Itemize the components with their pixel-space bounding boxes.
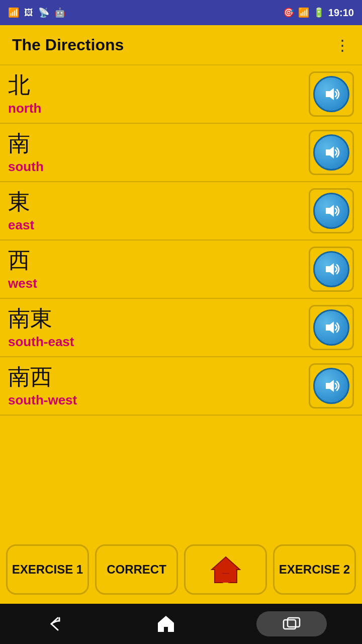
sound-button[interactable] [309,305,354,350]
back-button[interactable] [35,609,75,639]
vocab-kanji: 南東 [8,305,309,332]
speaker-icon [322,201,341,220]
vocab-romaji: south [8,159,309,175]
svg-marker-8 [158,616,174,632]
correct-button[interactable]: CORRECT [95,544,178,595]
vocab-text: 北 north [8,72,309,116]
exercise1-button[interactable]: EXERCISE 1 [6,544,89,595]
wifi-icon: 📶 [8,7,19,18]
sound-circle [313,193,349,229]
broadcast-icon: 📡 [38,7,49,18]
svg-marker-3 [326,263,334,275]
sound-button[interactable] [309,130,354,175]
sound-circle [313,309,349,346]
sound-circle [313,76,349,112]
svg-rect-7 [222,574,230,583]
speaker-icon [322,376,341,395]
svg-marker-5 [326,380,334,392]
sound-circle [313,368,349,404]
vocab-item: 北 north [0,65,362,124]
sound-button[interactable] [309,71,354,117]
vocab-kanji: 南 [8,130,309,157]
vocab-kanji: 東 [8,189,309,215]
svg-marker-4 [326,321,334,334]
sound-button[interactable] [309,247,354,292]
sound-button[interactable] [309,188,354,233]
menu-dots-icon[interactable]: ⋮ [335,36,350,54]
vocab-item: 東 east [0,182,362,240]
vocab-kanji: 南西 [8,364,309,390]
vocab-text: 南東 south-east [8,305,309,350]
vocab-item: 西 west [0,240,362,299]
vocab-text: 南 south [8,130,309,175]
speaker-icon [322,260,341,279]
svg-marker-1 [326,146,334,158]
home-button[interactable] [184,544,267,595]
svg-marker-2 [326,205,334,217]
sound-circle [313,134,349,171]
status-right-icons: 🎯 📶 🔋 19:10 [283,7,354,19]
status-bar: 📶 🖼 📡 🤖 🎯 📶 🔋 19:10 [0,0,362,25]
vocab-text: 東 east [8,189,309,233]
android-icon: 🤖 [54,7,65,18]
vocab-item: 南西 south-west [0,357,362,416]
target-icon: 🎯 [283,7,294,18]
exercise2-button[interactable]: EXERCISE 2 [273,544,356,595]
svg-rect-10 [288,618,300,627]
nav-bar [0,604,362,644]
speaker-icon [322,85,341,104]
vocab-list: 北 north 南 south [0,65,362,535]
vocab-item: 南 south [0,124,362,182]
status-left-icons: 📶 🖼 📡 🤖 [8,7,65,18]
app-title: The Directions [12,36,124,54]
vocab-kanji: 北 [8,72,309,99]
speaker-icon [322,318,341,337]
vocab-text: 南西 south-west [8,364,309,408]
bottom-buttons: EXERCISE 1 CORRECT EXERCISE 2 [0,535,362,604]
status-time: 19:10 [328,7,354,19]
signal-icon: 📶 [298,7,309,18]
app-bar: The Directions ⋮ [0,25,362,65]
image-icon: 🖼 [24,8,33,18]
vocab-text: 西 west [8,247,309,291]
sound-button[interactable] [309,363,354,409]
sound-circle [313,251,349,287]
android-home-button[interactable] [146,609,186,639]
vocab-romaji: north [8,101,309,116]
vocab-kanji: 西 [8,247,309,274]
vocab-romaji: south-west [8,392,309,408]
house-icon [211,554,241,585]
svg-marker-0 [326,88,334,100]
vocab-romaji: west [8,276,309,291]
svg-rect-9 [284,620,296,629]
battery-icon: 🔋 [313,7,324,18]
recents-button[interactable] [256,611,327,636]
vocab-romaji: south-east [8,334,309,350]
speaker-icon [322,143,341,162]
vocab-romaji: east [8,217,309,233]
vocab-item: 南東 south-east [0,299,362,357]
